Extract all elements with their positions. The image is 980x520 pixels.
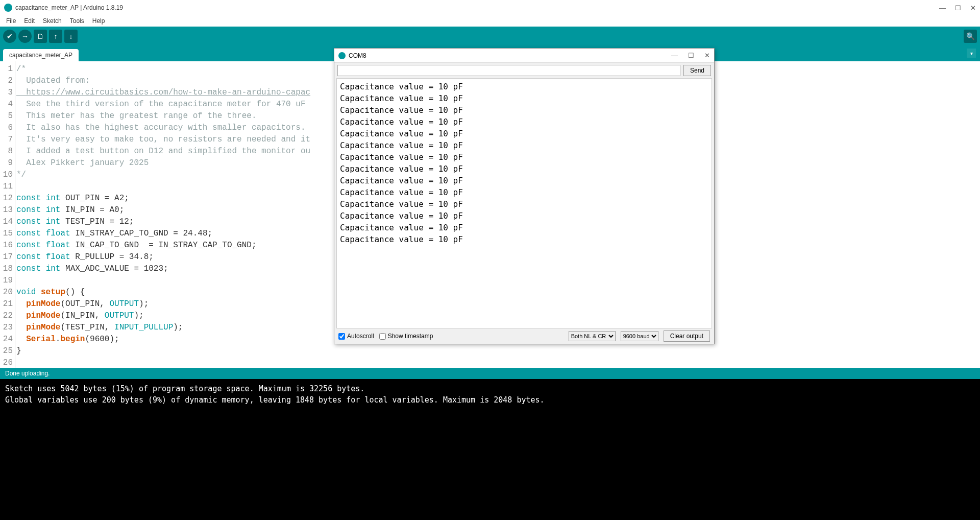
tab-dropdown-icon[interactable]: ▾ [967,49,976,58]
sketch-tab[interactable]: capacitance_meter_AP [3,49,79,61]
serial-monitor-button[interactable]: 🔍 [964,30,977,43]
autoscroll-checkbox[interactable]: Autoscroll [338,333,374,340]
serial-input[interactable] [337,65,680,76]
window-title: capacitance_meter_AP | Arduino 1.8.19 [15,4,939,11]
menu-file[interactable]: File [3,16,19,26]
menu-help[interactable]: Help [89,16,108,26]
new-button[interactable]: 🗋 [34,30,47,43]
save-button[interactable]: ↓ [64,30,78,43]
menu-tools[interactable]: Tools [67,16,87,26]
status-text: Done uploading. [5,370,50,377]
serial-output[interactable]: Capacitance value = 10 pF Capacitance va… [336,78,712,328]
line-gutter: 1234567891011121314151617181920212223242… [0,61,15,368]
baud-select[interactable]: 9600 baud [621,331,658,341]
line-ending-select[interactable]: Both NL & CR [569,331,616,341]
menubar: File Edit Sketch Tools Help [0,15,980,27]
serial-app-icon [338,52,346,59]
timestamp-checkbox[interactable]: Show timestamp [379,333,433,340]
window-titlebar: capacitance_meter_AP | Arduino 1.8.19 — … [0,0,980,15]
serial-minimize-button[interactable]: — [671,52,678,59]
serial-monitor-window: COM8 — ☐ ✕ Send Capacitance value = 10 p… [334,48,715,344]
timestamp-label: Show timestamp [388,333,433,340]
serial-maximize-button[interactable]: ☐ [688,52,694,59]
clear-output-button[interactable]: Clear output [664,330,710,342]
window-controls: — ☐ ✕ [939,4,976,12]
verify-button[interactable]: ✔ [3,30,16,43]
upload-button[interactable]: → [18,30,32,43]
maximize-button[interactable]: ☐ [955,4,961,12]
code-area[interactable]: /* Updated from: https://www.circuitbasi… [15,61,310,368]
menu-sketch[interactable]: Sketch [40,16,65,26]
close-button[interactable]: ✕ [970,4,976,12]
serial-bottom-bar: Autoscroll Show timestamp Both NL & CR 9… [334,328,714,344]
autoscroll-input[interactable] [338,333,345,340]
serial-input-row: Send [334,63,714,78]
serial-titlebar: COM8 — ☐ ✕ [334,49,714,63]
serial-send-button[interactable]: Send [683,65,711,76]
minimize-button[interactable]: — [939,4,946,12]
toolbar: ✔ → 🗋 ↑ ↓ 🔍 [0,27,980,46]
timestamp-input[interactable] [379,333,386,340]
status-bar: Done uploading. [0,368,980,379]
serial-window-controls: — ☐ ✕ [671,52,710,59]
serial-close-button[interactable]: ✕ [704,52,710,59]
serial-title: COM8 [349,52,671,59]
autoscroll-label: Autoscroll [347,333,374,340]
console-output: Sketch uses 5042 bytes (15%) of program … [0,379,980,520]
menu-edit[interactable]: Edit [21,16,38,26]
arduino-app-icon [4,4,12,12]
open-button[interactable]: ↑ [49,30,62,43]
